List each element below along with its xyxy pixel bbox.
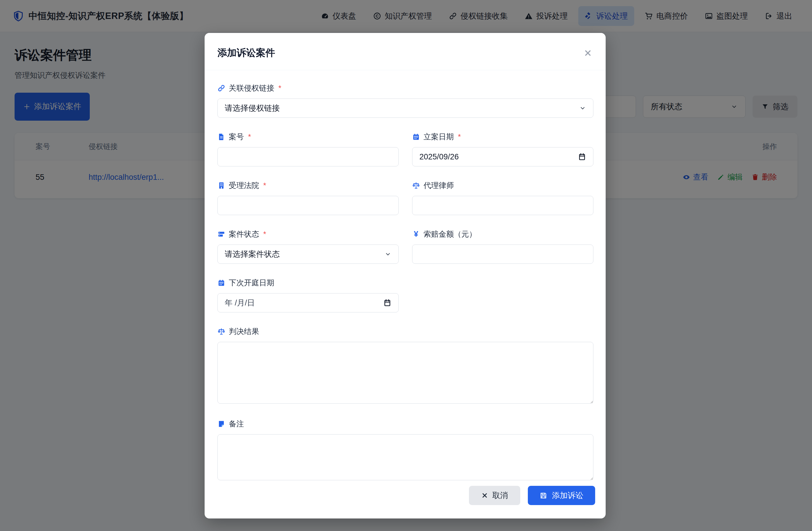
modal-header: 添加诉讼案件	[205, 33, 606, 70]
field-court: 受理法院 *	[217, 181, 399, 215]
field-label-text: 代理律师	[423, 181, 454, 191]
scales-icon	[412, 182, 420, 189]
date-value: 2025/09/26	[419, 153, 459, 161]
cancel-button-label: 取消	[492, 490, 508, 501]
select-value: 请选择侵权链接	[225, 103, 280, 113]
field-remark: 备注	[217, 419, 593, 482]
field-case-no: 案号 *	[217, 132, 399, 167]
calendar-picker-icon[interactable]	[578, 153, 586, 161]
field-label: 受理法院 *	[217, 181, 399, 191]
chevron-down-icon	[579, 105, 586, 112]
field-next-hearing-date: 下次开庭日期 年 /月/日	[217, 278, 399, 312]
field-label-text: 下次开庭日期	[229, 278, 274, 288]
field-label: 案号 *	[217, 132, 399, 142]
file-icon	[217, 133, 225, 141]
calendar-picker-icon[interactable]	[383, 299, 391, 307]
submit-button[interactable]: 添加诉讼	[528, 486, 595, 505]
infringement-link-select[interactable]: 请选择侵权链接	[217, 99, 593, 118]
link-icon	[217, 84, 225, 92]
calendar-icon	[217, 279, 225, 287]
field-filing-date: 立案日期 * 2025/09/26	[412, 132, 593, 167]
add-case-modal: 添加诉讼案件 关联侵权链接 * 请选择侵权链接 案号 *	[205, 33, 606, 518]
required-mark: *	[263, 230, 266, 239]
field-label-text: 判决结果	[229, 326, 259, 336]
field-label: 关联侵权链接 *	[217, 83, 593, 93]
modal-title: 添加诉讼案件	[217, 46, 275, 59]
note-icon	[217, 420, 225, 428]
required-mark: *	[278, 84, 281, 93]
field-label-text: 索赔金额（元）	[423, 229, 477, 239]
case-status-select[interactable]: 请选择案件状态	[217, 245, 399, 264]
court-input[interactable]	[217, 196, 399, 215]
tasks-icon	[217, 230, 225, 238]
field-label-text: 受理法院	[229, 181, 259, 191]
filing-date-input[interactable]: 2025/09/26	[412, 147, 593, 167]
field-label: 下次开庭日期	[217, 278, 399, 288]
field-label: 判决结果	[217, 326, 593, 336]
field-label-text: 案件状态	[229, 229, 259, 239]
chevron-down-icon	[385, 250, 391, 258]
field-label: 备注	[217, 419, 593, 429]
field-claim-amount: ¥ 索赔金额（元）	[412, 229, 593, 264]
field-verdict: 判决结果	[217, 326, 593, 405]
field-label-text: 关联侵权链接	[229, 83, 274, 93]
field-label-text: 立案日期	[423, 132, 454, 142]
field-label: 代理律师	[412, 181, 593, 191]
cancel-button[interactable]: 取消	[469, 486, 520, 505]
scales-icon	[217, 328, 225, 335]
case-no-input[interactable]	[217, 147, 399, 167]
date-placeholder: 年 /月/日	[225, 298, 255, 308]
field-label: ¥ 索赔金额（元）	[412, 229, 593, 239]
required-mark: *	[458, 132, 461, 141]
lawyer-input[interactable]	[412, 196, 593, 215]
field-label-text: 备注	[229, 419, 244, 429]
field-spacer	[412, 278, 593, 312]
remark-textarea[interactable]	[217, 434, 593, 480]
field-infringement-link: 关联侵权链接 * 请选择侵权链接	[217, 83, 593, 118]
submit-button-label: 添加诉讼	[552, 490, 583, 501]
select-value: 请选择案件状态	[225, 249, 280, 259]
field-label: 立案日期 *	[412, 132, 593, 142]
calendar-icon	[412, 133, 420, 141]
building-icon	[217, 182, 225, 189]
save-icon	[539, 492, 547, 500]
claim-amount-input[interactable]	[412, 245, 593, 264]
close-icon[interactable]	[583, 49, 592, 57]
yen-icon: ¥	[412, 230, 420, 239]
modal-footer: 取消 添加诉讼	[469, 486, 595, 505]
x-icon	[481, 492, 488, 499]
modal-body: 关联侵权链接 * 请选择侵权链接 案号 * 立案日期	[205, 70, 606, 482]
verdict-textarea[interactable]	[217, 342, 593, 404]
required-mark: *	[263, 181, 266, 190]
field-lawyer: 代理律师	[412, 181, 593, 215]
field-label-text: 案号	[229, 132, 244, 142]
field-case-status: 案件状态 * 请选择案件状态	[217, 229, 399, 264]
next-hearing-date-input[interactable]: 年 /月/日	[217, 293, 399, 312]
required-mark: *	[248, 132, 251, 141]
field-label: 案件状态 *	[217, 229, 399, 239]
